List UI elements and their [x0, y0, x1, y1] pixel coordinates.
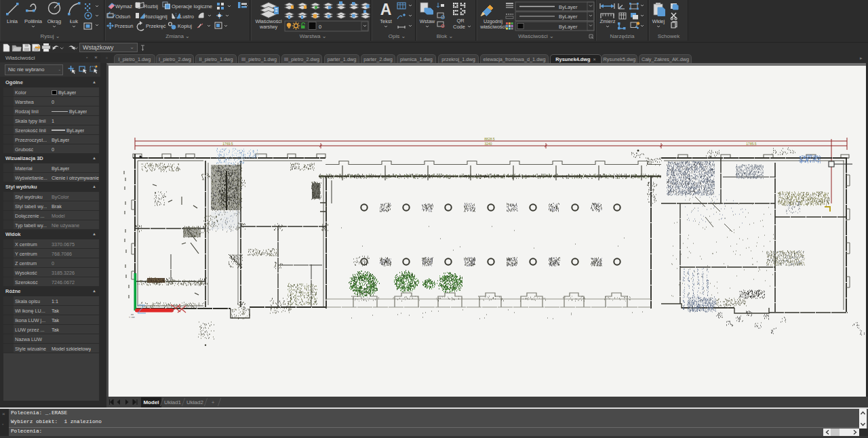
svg-text:3240: 3240 — [484, 142, 492, 146]
svg-text:Operacje logiczne: Operacje logiczne — [172, 3, 212, 9]
svg-text:Wymaż: Wymaż — [115, 3, 132, 9]
svg-text:1785.5: 1785.5 — [746, 142, 757, 146]
svg-text:ByLayer: ByLayer — [559, 14, 578, 20]
svg-text:0: 0 — [319, 24, 321, 30]
svg-text:Wklej: Wklej — [652, 18, 665, 24]
svg-text:Okrąg: Okrąg — [47, 18, 61, 24]
svg-text:A: A — [380, 1, 392, 18]
svg-text:Linia: Linia — [7, 18, 18, 24]
svg-text:8828.5: 8828.5 — [484, 137, 495, 141]
svg-text:Odsuń: Odsuń — [115, 14, 130, 20]
svg-text:właściwości: właściwości — [479, 24, 506, 30]
svg-text:Zmierz: Zmierz — [600, 18, 616, 24]
svg-text:Rozbij: Rozbij — [144, 3, 158, 9]
svg-text:Kopiuj: Kopiuj — [178, 23, 192, 29]
svg-text:1769.5: 1769.5 — [222, 142, 233, 146]
svg-text:Lustro: Lustro — [180, 14, 194, 20]
svg-text:warstwy: warstwy — [259, 24, 277, 30]
svg-text:Łuk: Łuk — [70, 18, 78, 24]
svg-text:Wstaw: Wstaw — [420, 18, 435, 24]
svg-text:Tekst: Tekst — [380, 18, 392, 24]
svg-text:Polilinia: Polilinia — [24, 18, 43, 24]
svg-text:< uw: < uw — [129, 315, 135, 319]
svg-text:ByLayer: ByLayer — [559, 4, 578, 10]
svg-text:Rozciągnij: Rozciągnij — [144, 14, 167, 20]
svg-text:Przekręć: Przekręć — [146, 23, 166, 29]
svg-text:QR: QR — [456, 18, 465, 24]
svg-text:Przesuń: Przesuń — [115, 23, 134, 29]
svg-text:ByLayer: ByLayer — [559, 24, 578, 30]
svg-text:Code: Code — [453, 24, 465, 30]
